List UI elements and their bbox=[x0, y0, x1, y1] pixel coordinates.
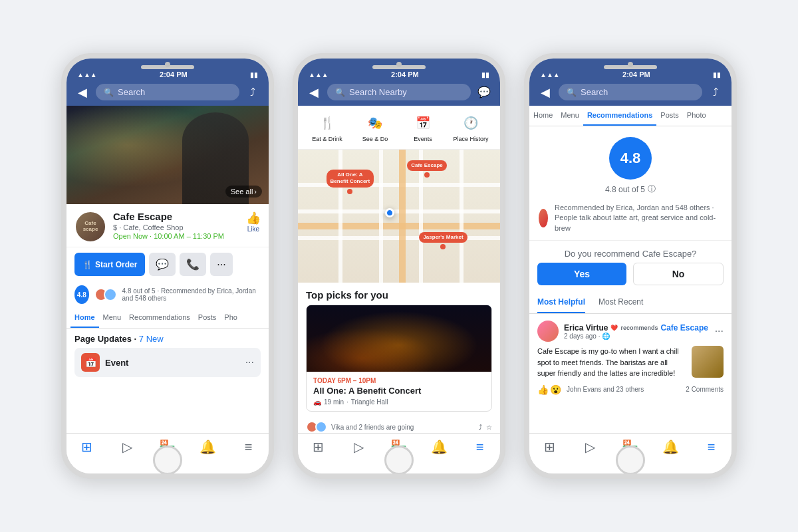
tab3-home[interactable]: Home bbox=[529, 106, 557, 126]
status-bar-3: ▲▲▲ 2:04 PM ▮▮ bbox=[529, 59, 732, 80]
nav-menu-1[interactable]: ≡ bbox=[237, 440, 261, 455]
place-history-icon: 🕐 bbox=[460, 112, 481, 134]
rating-bubble: 4.8 bbox=[74, 285, 89, 304]
yes-button[interactable]: Yes bbox=[537, 263, 626, 285]
nav-menu-3[interactable]: ≡ bbox=[700, 440, 724, 455]
nav-notifications-3[interactable]: 🔔 bbox=[659, 439, 683, 455]
like-button[interactable]: 👍 Like bbox=[246, 211, 261, 233]
most-recent-tab[interactable]: Most Recent bbox=[598, 292, 643, 313]
category-events[interactable]: 📅 Events bbox=[399, 112, 447, 142]
event-distance: 19 min bbox=[324, 398, 344, 406]
rec-text-label: recommends bbox=[620, 325, 658, 331]
tab3-photo[interactable]: Photo bbox=[683, 106, 710, 126]
wow-reaction-icon: 😮 bbox=[550, 384, 561, 395]
update-card[interactable]: 📅 Event ··· bbox=[74, 348, 261, 377]
review-more-button[interactable]: ··· bbox=[715, 325, 724, 337]
share-icon-2: ⤴ bbox=[479, 424, 482, 431]
tab-posts[interactable]: Posts bbox=[194, 308, 221, 328]
page-hours: Open Now · 10:00 AM – 11:30 PM bbox=[113, 232, 239, 240]
home-button-1[interactable] bbox=[153, 446, 182, 475]
search-icon-2: 🔍 bbox=[335, 88, 345, 97]
phone-button[interactable]: 📞 bbox=[180, 253, 206, 276]
bookmark-icon[interactable]: ☆ bbox=[486, 424, 492, 431]
home-button-2[interactable] bbox=[384, 446, 414, 475]
rec-summary: Recommended by Erica, Jordan and 548 oth… bbox=[537, 203, 724, 233]
nav-home-3[interactable]: ⊞ bbox=[537, 439, 561, 455]
friends-going-text: Vika and 2 friends are going bbox=[331, 424, 414, 431]
back-button-2[interactable]: ◀ bbox=[305, 85, 323, 100]
share-button-3[interactable]: ⤴ bbox=[706, 86, 725, 98]
rating-score: 4.8 bbox=[77, 291, 86, 299]
event-details: TODAY 6PM – 10PM All One: A Benefit Conc… bbox=[307, 372, 491, 411]
home-button-3[interactable] bbox=[616, 446, 645, 475]
event-date: TODAY 6PM – 10PM bbox=[313, 377, 485, 384]
dot-separator: · bbox=[346, 398, 348, 406]
back-button-3[interactable]: ◀ bbox=[536, 85, 555, 100]
comment-count: 2 Comments bbox=[686, 386, 724, 393]
category-eat-drink[interactable]: 🍴 Eat & Drink bbox=[303, 112, 351, 142]
events-label: Events bbox=[414, 136, 432, 142]
tab-recommendations[interactable]: Recommendations bbox=[125, 308, 194, 328]
eat-drink-label: Eat & Drink bbox=[312, 136, 342, 142]
phone-1-content: See all › Cafescape Cafe Escape $ · Cafe… bbox=[66, 106, 269, 433]
event-card[interactable]: TODAY 6PM – 10PM All One: A Benefit Conc… bbox=[306, 305, 492, 412]
page-name: Cafe Escape bbox=[113, 211, 239, 222]
rec-score-section: 4.8 4.8 out of 5 ⓘ Recommended by Erica,… bbox=[529, 126, 732, 241]
battery-icons-3: ▮▮ bbox=[713, 71, 721, 78]
nav-video-2[interactable]: ▷ bbox=[346, 439, 370, 455]
tab-home[interactable]: Home bbox=[70, 308, 99, 328]
event-icon: 📅 bbox=[81, 353, 100, 372]
tab-pho[interactable]: Pho bbox=[220, 308, 241, 328]
category-place-history[interactable]: 🕐 Place History bbox=[447, 112, 495, 142]
search-bar-1[interactable]: 🔍 Search bbox=[96, 84, 239, 100]
eat-drink-icon: 🍴 bbox=[317, 112, 338, 134]
signal-icons: ▲▲▲ bbox=[77, 71, 97, 78]
back-button-1[interactable]: ◀ bbox=[73, 85, 92, 100]
nav-notifications-1[interactable]: 🔔 bbox=[196, 439, 220, 455]
update-label: Event bbox=[105, 358, 240, 368]
category-see-do[interactable]: 🎭 See & Do bbox=[351, 112, 399, 142]
map-area: All One: ABenefit Concert Cafe Escape Ja… bbox=[298, 150, 500, 283]
map-pin-jaspers[interactable]: Jasper's Market bbox=[419, 232, 467, 249]
info-icon: ⓘ bbox=[648, 184, 656, 195]
messenger-button[interactable]: 💬 bbox=[149, 253, 176, 276]
heart-reaction-icon: ❤️ bbox=[610, 325, 618, 331]
status-bar-2: ▲▲▲ 2:04 PM ▮▮ bbox=[298, 59, 500, 80]
review-body: Cafe Escape is my go-to when I want a ch… bbox=[537, 346, 724, 379]
avatar-text: Cafescape bbox=[83, 221, 98, 233]
reviewer-meta: 2 days ago · 🌐 bbox=[564, 332, 710, 340]
tab-menu[interactable]: Menu bbox=[99, 308, 126, 328]
messenger-button-2[interactable]: 💬 bbox=[475, 86, 493, 98]
search-bar-2[interactable]: 🔍 Search Nearby bbox=[327, 84, 471, 100]
more-button[interactable]: ··· bbox=[210, 253, 232, 276]
nav-menu-2[interactable]: ≡ bbox=[468, 440, 492, 455]
share-button-1[interactable]: ⤴ bbox=[243, 86, 262, 98]
rater-avatar-2 bbox=[104, 288, 117, 301]
see-all-button[interactable]: See all › bbox=[225, 186, 262, 198]
tab3-recommendations[interactable]: Recommendations bbox=[583, 106, 656, 126]
nav-home-2[interactable]: ⊞ bbox=[306, 439, 330, 455]
nav-video-1[interactable]: ▷ bbox=[115, 439, 139, 455]
page-info-section: Cafescape Cafe Escape $ · Cafe, Coffee S… bbox=[66, 204, 269, 247]
search-bar-3[interactable]: 🔍 Search bbox=[559, 84, 702, 100]
top-picks-title: Top picks for you bbox=[298, 283, 500, 305]
no-button[interactable]: No bbox=[633, 263, 724, 285]
tab3-menu[interactable]: Menu bbox=[557, 106, 583, 126]
category-bar: 🍴 Eat & Drink 🎭 See & Do 📅 Events 🕐 Plac… bbox=[298, 106, 500, 150]
map-pin-cafe[interactable]: Cafe Escape bbox=[407, 160, 447, 178]
action-buttons: 🍴 Start Order 💬 📞 ··· bbox=[66, 247, 269, 281]
reviewer-name-row: Erica Virtue ❤️ recommends Cafe Escape bbox=[564, 323, 710, 332]
nav-notifications-2[interactable]: 🔔 bbox=[428, 439, 452, 455]
signal-icons-2: ▲▲▲ bbox=[309, 71, 329, 78]
globe-icon: · 🌐 bbox=[598, 332, 610, 340]
most-helpful-tab[interactable]: Most Helpful bbox=[537, 292, 585, 313]
nav-home-1[interactable]: ⊞ bbox=[74, 439, 98, 455]
nav-bar-1: ◀ 🔍 Search ⤴ bbox=[66, 80, 269, 106]
reaction-icons: 👍 😮 bbox=[537, 384, 561, 395]
tab3-posts[interactable]: Posts bbox=[656, 106, 683, 126]
reviewer-avatar bbox=[537, 321, 559, 342]
nav-video-3[interactable]: ▷ bbox=[578, 439, 602, 455]
map-pin-concert[interactable]: All One: ABenefit Concert bbox=[327, 170, 374, 194]
start-order-button[interactable]: 🍴 Start Order bbox=[74, 253, 145, 276]
update-more-icon[interactable]: ··· bbox=[245, 356, 254, 368]
